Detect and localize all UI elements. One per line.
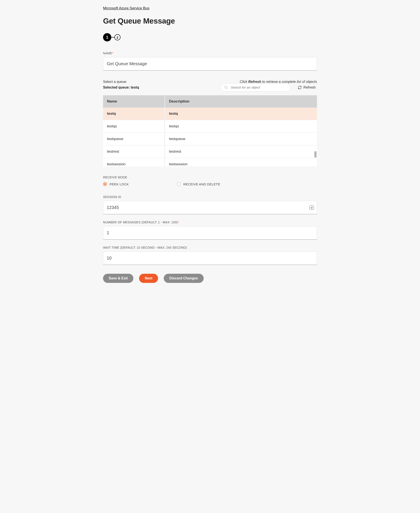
hint-bold: Refresh xyxy=(248,80,261,84)
radio-option[interactable]: RECEIVE AND DELETE xyxy=(177,182,220,186)
cell-name: testqs xyxy=(103,120,165,133)
name-input[interactable] xyxy=(103,57,317,71)
save-exit-button[interactable]: Save & Exit xyxy=(103,274,133,283)
refresh-button[interactable]: Refresh xyxy=(296,85,317,90)
radio-icon xyxy=(103,182,107,186)
col-header-description[interactable]: Description xyxy=(165,95,317,108)
breadcrumb-link[interactable]: Microsoft Azure Service Bus xyxy=(103,6,150,10)
radio-label: RECEIVE AND DELETE xyxy=(183,182,220,186)
name-label: NAME* xyxy=(103,51,317,55)
step-2[interactable]: 2 xyxy=(114,34,120,40)
hint-suffix: to retrieve a complete list of objects xyxy=(261,80,317,84)
cell-name: testqueue xyxy=(103,133,165,146)
cell-name: testq xyxy=(103,108,165,120)
num-messages-label-text: NUMBER OF MESSAGES (DEFAULT: 1 - MAX: 10… xyxy=(103,220,178,224)
cell-description: testqs xyxy=(165,120,317,133)
cell-name: testrest xyxy=(103,146,165,158)
scrollbar-thumb[interactable] xyxy=(314,151,316,158)
cell-description: testrest xyxy=(165,146,317,158)
wait-time-label: WAIT TIME (DEFAULT: 10 SECOND - MAX: 245… xyxy=(103,246,317,249)
required-asterisk: * xyxy=(112,51,113,55)
search-icon xyxy=(224,86,228,89)
table-row[interactable]: testqtestq xyxy=(103,108,317,120)
cell-description: testq xyxy=(165,108,317,120)
search-input[interactable] xyxy=(230,85,287,89)
refresh-label: Refresh xyxy=(303,86,316,89)
radio-icon xyxy=(177,182,181,186)
table-row[interactable]: testsessiontestsession xyxy=(103,158,317,166)
table-row[interactable]: testqstestqs xyxy=(103,120,317,133)
page-title: Get Queue Message xyxy=(103,17,317,25)
select-queue-label: Select a queue xyxy=(103,80,126,84)
refresh-icon xyxy=(298,86,302,89)
required-asterisk: * xyxy=(178,220,179,224)
cell-name: testsession xyxy=(103,158,165,166)
step-1[interactable]: 1 xyxy=(103,33,111,41)
session-id-input[interactable] xyxy=(103,201,317,214)
selected-queue-value: testq xyxy=(131,86,139,89)
num-messages-input[interactable] xyxy=(103,226,317,240)
hint-prefix: Click xyxy=(240,80,248,84)
queue-table: Name Description xyxy=(103,95,317,108)
receive-mode-label: RECEIVE MODE xyxy=(103,176,317,179)
session-id-label: SESSION ID xyxy=(103,195,317,199)
stepper: 1 2 xyxy=(103,33,317,41)
col-header-name[interactable]: Name xyxy=(103,95,165,108)
table-row[interactable]: testqueuetestqueue xyxy=(103,133,317,146)
next-button[interactable]: Next xyxy=(139,274,158,283)
search-box[interactable] xyxy=(220,83,290,91)
discard-button[interactable]: Discard Changes xyxy=(164,274,204,283)
cell-description: testqueue xyxy=(165,133,317,146)
variable-picker-icon[interactable]: V xyxy=(309,205,314,210)
table-row[interactable]: testresttestrest xyxy=(103,146,317,158)
radio-option[interactable]: PEEK LOCK xyxy=(103,182,129,186)
svg-line-1 xyxy=(227,88,228,89)
wait-time-input[interactable] xyxy=(103,251,317,265)
name-label-text: NAME xyxy=(103,51,112,55)
svg-point-0 xyxy=(225,86,227,88)
num-messages-label: NUMBER OF MESSAGES (DEFAULT: 1 - MAX: 10… xyxy=(103,220,317,224)
radio-label: PEEK LOCK xyxy=(110,182,129,186)
selected-queue-label: Selected queue: xyxy=(103,86,130,89)
cell-description: testsession xyxy=(165,158,317,166)
step-connector xyxy=(111,37,114,37)
